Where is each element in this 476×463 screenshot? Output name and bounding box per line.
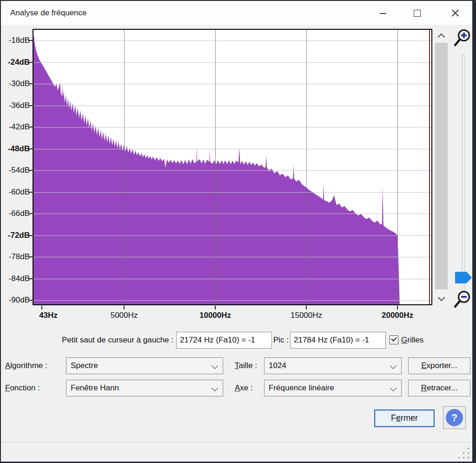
function-dropdown[interactable]: Fenêtre Hann bbox=[66, 380, 223, 396]
cursor-info-label: Petit saut de curseur à gauche : bbox=[28, 332, 173, 349]
y-axis-label: -18dB bbox=[1, 35, 30, 46]
y-axis-label: -84dB bbox=[1, 274, 30, 284]
x-axis-label: 43Hz bbox=[26, 310, 71, 321]
horizontal-gridline bbox=[33, 214, 431, 214]
y-axis-tick bbox=[29, 192, 33, 193]
titlebar[interactable]: Analyse de fréquence bbox=[1, 1, 472, 25]
y-axis-label: -48dB bbox=[1, 144, 30, 154]
zoom-out-button[interactable] bbox=[452, 289, 474, 312]
resize-grip[interactable] bbox=[458, 447, 471, 460]
scrollbar-thumb[interactable] bbox=[435, 43, 448, 289]
close-button[interactable] bbox=[445, 1, 465, 25]
vertical-scrollbar[interactable] bbox=[435, 29, 448, 305]
y-axis-tick bbox=[29, 278, 33, 279]
y-axis-label: -66dB bbox=[1, 208, 30, 219]
y-axis-label: -78dB bbox=[1, 252, 30, 262]
grids-checkbox[interactable] bbox=[390, 336, 398, 344]
spectrum-plot[interactable] bbox=[33, 29, 432, 305]
x-axis-tick bbox=[397, 306, 398, 309]
y-axis-tick bbox=[29, 83, 33, 84]
axis-value: Fréquence linéaire bbox=[269, 383, 334, 392]
x-axis-label: 20000Hz bbox=[375, 310, 420, 321]
axis-dropdown[interactable]: Fréquence linéaire bbox=[264, 380, 402, 396]
y-axis-label: -90dB bbox=[1, 295, 30, 305]
frequency-cursor-line bbox=[429, 30, 430, 304]
minimize-icon bbox=[380, 13, 386, 14]
y-axis-tick bbox=[29, 235, 33, 236]
zoom-in-button[interactable] bbox=[452, 28, 474, 50]
y-axis-label: -24dB bbox=[1, 57, 30, 67]
close-dialog-button[interactable]: Fermer bbox=[374, 409, 435, 427]
algorithm-value: Spectre bbox=[71, 361, 98, 370]
window-title: Analyse de fréquence bbox=[10, 1, 86, 25]
y-axis-label: -72dB bbox=[1, 230, 30, 241]
vertical-gridline bbox=[306, 30, 307, 304]
scroll-up-button[interactable] bbox=[435, 29, 448, 43]
function-value: Fenêtre Hann bbox=[71, 383, 119, 392]
y-axis-label: -30dB bbox=[1, 79, 30, 89]
x-axis-tick bbox=[41, 306, 42, 309]
horizontal-gridline bbox=[33, 84, 431, 84]
export-button[interactable]: Exporter... bbox=[408, 357, 470, 374]
y-axis-label: -60dB bbox=[1, 187, 30, 197]
vertical-gridline bbox=[397, 30, 398, 304]
horizontal-gridline bbox=[33, 62, 431, 63]
chevron-down-icon bbox=[212, 385, 218, 391]
y-axis-tick bbox=[29, 62, 33, 63]
grids-checkbox-label[interactable]: Grilles bbox=[401, 332, 438, 349]
chevron-down-icon bbox=[212, 362, 218, 369]
y-axis-tick bbox=[29, 300, 33, 301]
replot-button[interactable]: Retracer... bbox=[408, 380, 470, 396]
algorithm-label: Algorithme : bbox=[5, 357, 47, 374]
horizontal-gridline bbox=[33, 149, 431, 149]
chevron-down-icon bbox=[438, 294, 445, 302]
help-button[interactable]: ? bbox=[443, 406, 466, 429]
bottom-divider bbox=[1, 442, 472, 443]
cursor-value-box: 21724 Hz (Fa10) = -1 bbox=[176, 332, 272, 349]
y-axis-label: -54dB bbox=[1, 165, 30, 175]
zoom-slider-track[interactable] bbox=[462, 55, 464, 294]
horizontal-gridline bbox=[33, 192, 431, 193]
horizontal-gridline bbox=[33, 257, 431, 257]
frequency-analysis-dialog: Analyse de fréquence -18dB-24dB-30dB-36d… bbox=[1, 1, 472, 462]
peak-value-box: 21784 Hz (Fa10) = -1 bbox=[290, 332, 386, 349]
x-axis-label: 5000Hz bbox=[102, 310, 146, 321]
vertical-gridline bbox=[124, 30, 125, 304]
x-axis-tick bbox=[215, 306, 216, 309]
y-axis-tick bbox=[29, 127, 33, 127]
y-axis-label: -42dB bbox=[1, 122, 30, 132]
size-value: 1024 bbox=[269, 361, 286, 370]
y-axis-tick bbox=[29, 148, 33, 149]
x-axis-tick bbox=[124, 306, 125, 309]
horizontal-gridline bbox=[33, 106, 431, 106]
size-label: Taille : bbox=[235, 357, 257, 374]
maximize-icon bbox=[414, 10, 421, 17]
algorithm-dropdown[interactable]: Spectre bbox=[66, 357, 223, 374]
y-axis-tick bbox=[29, 170, 33, 171]
desktop-background: { "window": { "title": "Analyse de fréqu… bbox=[0, 0, 476, 463]
zoom-in-icon bbox=[452, 28, 474, 50]
x-axis-label: 10000Hz bbox=[193, 310, 238, 321]
y-axis-tick bbox=[29, 40, 33, 41]
spectrum-plot-area[interactable] bbox=[33, 30, 431, 304]
horizontal-gridline bbox=[33, 235, 431, 236]
zoom-out-icon bbox=[452, 289, 474, 312]
spectrum-canvas[interactable] bbox=[33, 30, 431, 304]
chevron-up-icon bbox=[438, 34, 445, 41]
horizontal-gridline bbox=[33, 40, 431, 41]
chevron-down-icon bbox=[390, 362, 397, 369]
minimize-button[interactable] bbox=[373, 1, 393, 25]
zoom-slider-thumb[interactable] bbox=[455, 272, 472, 283]
peak-label: Pic : bbox=[273, 332, 291, 349]
vertical-gridline bbox=[215, 30, 216, 304]
axis-label: Axe : bbox=[235, 380, 253, 396]
scroll-down-button[interactable] bbox=[435, 291, 448, 305]
size-dropdown[interactable]: 1024 bbox=[264, 357, 402, 374]
horizontal-gridline bbox=[33, 300, 431, 301]
question-mark-icon: ? bbox=[446, 409, 463, 426]
maximize-button[interactable] bbox=[407, 1, 427, 25]
x-axis-tick bbox=[306, 306, 307, 309]
horizontal-gridline bbox=[33, 279, 431, 279]
y-axis-tick bbox=[29, 213, 33, 214]
y-axis-tick bbox=[29, 105, 33, 106]
